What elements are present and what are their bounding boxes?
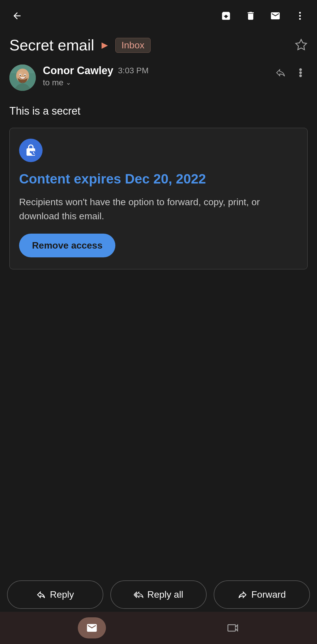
more-vert-icon: [295, 11, 305, 21]
forward-action-icon: [238, 590, 247, 599]
important-arrow-icon: ►: [100, 39, 110, 51]
reply-all-label: Reply all: [147, 589, 183, 600]
star-icon: [295, 38, 308, 51]
mail-icon: [270, 11, 281, 21]
reply-action-icon: [36, 590, 46, 599]
svg-point-14: [300, 72, 301, 74]
email-subject: Secret email: [9, 36, 94, 54]
bottom-nav: [0, 612, 317, 644]
svg-point-11: [24, 75, 26, 76]
mark-unread-button[interactable]: [268, 8, 283, 23]
chevron-down-icon[interactable]: ⌄: [66, 79, 71, 86]
back-icon: [12, 11, 22, 21]
sender-row: ✦ Conor Cawley 3:03 PM to me ⌄: [0, 59, 317, 97]
svg-text:✦: ✦: [22, 81, 24, 84]
reply-button-header[interactable]: [274, 66, 288, 80]
confidential-lock-clock-icon: [24, 144, 37, 157]
reply-action-button[interactable]: Reply: [7, 580, 103, 609]
archive-icon: [221, 11, 231, 21]
confidential-box: Content expires Dec 20, 2022 Recipients …: [9, 128, 308, 269]
back-button[interactable]: [9, 8, 25, 23]
svg-point-10: [20, 75, 21, 76]
delete-icon: [245, 11, 256, 21]
remove-access-button[interactable]: Remove access: [19, 234, 115, 257]
forward-label: Forward: [251, 589, 286, 600]
mail-nav-button[interactable]: [78, 617, 106, 638]
reply-all-action-button[interactable]: Reply all: [110, 580, 207, 609]
more-options-button-header[interactable]: [294, 66, 308, 80]
to-label: to me: [43, 78, 63, 87]
svg-point-13: [300, 69, 301, 71]
sender-name: Conor Cawley: [43, 64, 113, 77]
email-body: This is a secret Content expires Dec 20,…: [0, 97, 317, 279]
reply-all-action-icon: [134, 590, 143, 599]
confidential-title: Content expires Dec 20, 2022: [19, 170, 298, 188]
avatar: ✦: [9, 64, 36, 91]
svg-point-0: [299, 12, 301, 14]
email-body-text: This is a secret: [9, 104, 308, 118]
confidential-description: Recipients won't have the option to forw…: [19, 195, 298, 223]
inbox-badge: Inbox: [115, 38, 151, 53]
video-nav-button[interactable]: [226, 621, 239, 634]
reply-label: Reply: [50, 589, 74, 600]
forward-action-button[interactable]: Forward: [214, 580, 310, 609]
archive-button[interactable]: [218, 8, 234, 23]
star-button[interactable]: [295, 38, 308, 52]
video-nav-icon: [226, 621, 239, 634]
svg-point-15: [300, 75, 301, 77]
top-toolbar: [0, 0, 317, 29]
more-vert-icon-header: [295, 67, 306, 78]
confidential-icon-circle: [19, 139, 43, 162]
email-header: Secret email ► Inbox: [0, 29, 317, 59]
avatar-image: ✦: [9, 64, 36, 91]
svg-point-2: [299, 18, 301, 20]
send-time: 3:03 PM: [118, 66, 149, 75]
svg-point-1: [299, 15, 301, 17]
bottom-actions: Reply Reply all Forward: [0, 580, 317, 609]
reply-icon: [275, 67, 286, 78]
mail-nav-icon: [86, 622, 98, 634]
delete-button[interactable]: [243, 8, 258, 23]
more-options-button[interactable]: [292, 8, 308, 23]
